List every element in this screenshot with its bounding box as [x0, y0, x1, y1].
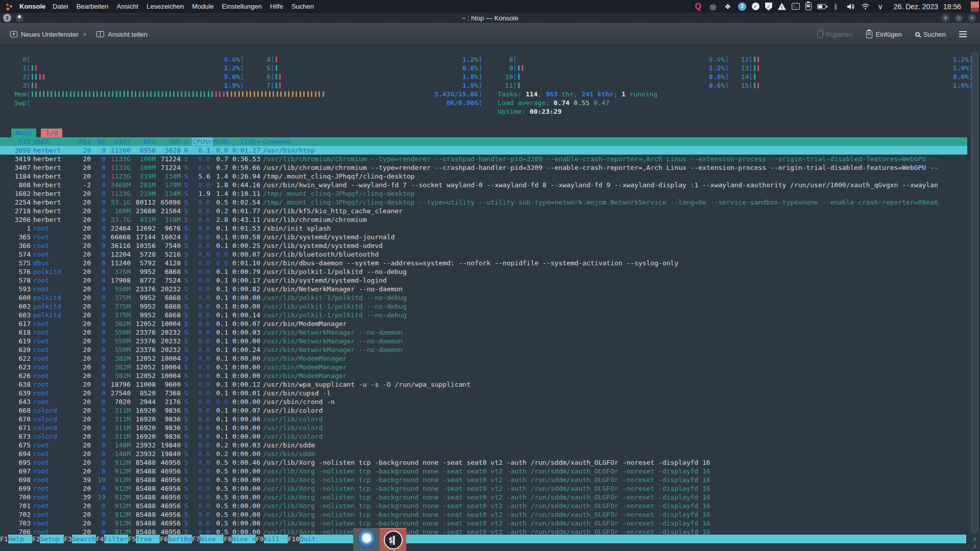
dock-item-chromium[interactable]	[353, 528, 380, 551]
menu-item-datei[interactable]: Datei	[53, 3, 68, 10]
maximize-button[interactable]: ◇	[955, 14, 963, 22]
fkey-label-filter[interactable]: Filter	[104, 535, 128, 543]
column-header-cpu[interactable]: CPU%▽	[192, 137, 210, 146]
scroll-down-icon[interactable]: ∨	[971, 543, 978, 549]
process-row-668[interactable]: 668colord200311M169209836S0.00.10:00.07/…	[0, 406, 967, 415]
menu-item-hilfe[interactable]: Hilfe	[270, 3, 283, 10]
process-row-617[interactable]: 617root200382M1205210004S0.00.10:00.07/u…	[0, 319, 967, 328]
process-row-365[interactable]: 365root200668681714416024S0.00.10:00.58/…	[0, 233, 967, 241]
menu-item-module[interactable]: Module	[192, 3, 214, 10]
process-row-2718[interactable]: 2718herbert200160M2368021504S0.00.20:01.…	[0, 207, 967, 215]
terminal-area[interactable]: 0[0.0%]1[1.2%]2[5.6%]3[1.9%] 4[1.2%]5[0.…	[0, 46, 980, 551]
process-row-593[interactable]: 593root200550M2337620232S0.00.10:00.82/u…	[0, 285, 967, 293]
process-table-header[interactable]: PIDUSERPRINIVIRTRESSHRSCPU%▽MEM%TIME+Com…	[0, 137, 967, 146]
process-row-618[interactable]: 618root200550M2337620232S0.00.10:00.03/u…	[0, 328, 967, 337]
process-row-575[interactable]: 575dbus2001124057924128S0.00.00:01.10/us…	[0, 259, 967, 267]
dock-item-konsole[interactable]: $▍	[380, 528, 406, 551]
process-row-619[interactable]: 619root200550M2337620232S0.00.10:00.00/u…	[0, 337, 967, 345]
process-row-603[interactable]: 603polkitd200375M99526868S0.00.10:00.14/…	[0, 311, 967, 319]
new-tab-button[interactable]: + Neues Unterfenster ∨	[10, 31, 86, 38]
fkey-label-tree[interactable]: Tree	[136, 535, 160, 543]
process-row-694[interactable]: 694root200148M2393219840S0.00.20:00.00/u…	[0, 449, 967, 458]
scrollbar-thumb[interactable]	[971, 52, 978, 534]
column-header-time[interactable]: TIME+	[231, 137, 260, 146]
fkey-f4[interactable]: F4	[96, 535, 104, 543]
scrollbar[interactable]: ∧ ∨	[971, 50, 979, 549]
battery-icon[interactable]	[817, 4, 826, 9]
menu-item-ansicht[interactable]: Ansicht	[117, 3, 139, 10]
htop-tab-io[interactable]: I/O	[41, 129, 62, 137]
process-row-699[interactable]: 699root200912M8548846956S0.00.50:00.00/u…	[0, 484, 967, 493]
process-row-602[interactable]: 602polkitd200375M99526868S0.00.10:00.00/…	[0, 302, 967, 311]
process-row-3698[interactable]: 3698herbert2001120069563628R8.10.00:01.2…	[0, 146, 967, 155]
fkey-f2[interactable]: F2	[32, 535, 40, 543]
process-row-1[interactable]: 1root20022464126929676S0.00.10:01.53/sbi…	[0, 224, 967, 233]
corner-widget-icon[interactable]	[971, 2, 979, 12]
bluetooth-icon[interactable]: ᛒ	[831, 2, 841, 11]
column-header-mem[interactable]: MEM%	[213, 137, 228, 146]
process-row-3407[interactable]: 3407herbert2001133G100M71224S0.00.70:50.…	[0, 163, 967, 172]
process-row-701[interactable]: 701root200912M8548846956S0.00.50:00.00/u…	[0, 502, 967, 510]
process-row-703[interactable]: 703root200912M8548846956S0.00.50:00.00/u…	[0, 519, 967, 528]
split-view-button[interactable]: Ansicht teilen	[96, 31, 147, 38]
process-row-1184[interactable]: 1184herbert2001123G219M134MS5.61.40:26.9…	[0, 172, 967, 181]
column-header-pri[interactable]: PRI	[77, 137, 91, 146]
process-row-670[interactable]: 670colord200311M169209836S0.00.10:00.00/…	[0, 415, 967, 423]
process-row-698[interactable]: 698root3919912M8548846956S0.00.50:00.00/…	[0, 475, 967, 484]
process-row-695[interactable]: 695root200912M8548846956S0.00.50:00.46/u…	[0, 458, 967, 467]
process-row-702[interactable]: 702root200912M8548846956S0.00.50:00.00/u…	[0, 510, 967, 519]
process-row-1682[interactable]: 1682herbert2001123G219M134MS1.91.40:10.1…	[0, 189, 967, 198]
fkey-label-search[interactable]: Search	[72, 535, 96, 543]
process-row-671[interactable]: 671colord200311M169209836S0.00.10:00.00/…	[0, 423, 967, 432]
fkey-f7[interactable]: F7	[192, 535, 200, 543]
process-row-626[interactable]: 626root200382M1205210004S0.00.10:00.00/u…	[0, 371, 967, 380]
close-button[interactable]: ×	[968, 14, 976, 22]
fkey-label-nice[interactable]: Nice -	[200, 535, 224, 543]
clock[interactable]: 26. Dez. 2023 18:56	[894, 3, 961, 11]
fkey-f8[interactable]: F8	[224, 535, 232, 543]
process-row-639[interactable]: 639root2002754085207368S0.00.10:00.01/us…	[0, 389, 967, 397]
wifi-icon[interactable]	[861, 2, 870, 11]
fkey-f6[interactable]: F6	[160, 535, 168, 543]
shield-check-icon[interactable]: ✓	[765, 3, 772, 11]
process-row-578[interactable]: 578root2001790887727524S0.00.10:00.17/us…	[0, 276, 967, 285]
column-header-virt[interactable]: VIRT	[108, 137, 131, 146]
process-row-675[interactable]: 675root200148M2393219840S0.00.20:00.03/u…	[0, 441, 967, 449]
process-row-638[interactable]: 638root20018796110089600S0.00.10:00.12/u…	[0, 380, 967, 389]
process-row-700[interactable]: 700root3919912M8548846956S0.00.50:00.00/…	[0, 493, 967, 502]
column-header-user[interactable]: USER	[33, 137, 74, 146]
column-header-s[interactable]: S	[183, 137, 189, 146]
process-row-673[interactable]: 673colord200311M169209836S0.00.10:00.00/…	[0, 432, 967, 441]
process-row-366[interactable]: 366root20036116103567540S0.00.10:00.25/u…	[0, 241, 967, 250]
fkey-label-help[interactable]: Help	[8, 535, 32, 543]
process-row-697[interactable]: 697root200912M8548846956S0.00.50:00.00/u…	[0, 467, 967, 475]
tray-expander-icon[interactable]: ∨	[876, 2, 885, 11]
menu-item-bearbeiten[interactable]: Bearbeiten	[77, 3, 109, 10]
menu-item-lesezeichen[interactable]: Lesezeichen	[146, 3, 184, 10]
column-header-res[interactable]: RES	[133, 137, 156, 146]
fkey-f9[interactable]: F9	[256, 535, 264, 543]
process-row-622[interactable]: 622root200382M1205210004S0.00.10:00.00/u…	[0, 354, 967, 363]
window-titlebar[interactable]: $ ~ : htop — Konsole ∨ ◇ ×	[0, 13, 980, 23]
volume-icon[interactable]	[846, 2, 855, 11]
column-header-pid[interactable]: PID	[8, 137, 31, 146]
process-row-623[interactable]: 623root200382M1205210004S0.00.10:00.00/u…	[0, 363, 967, 371]
search-button[interactable]: Suchen	[915, 31, 946, 38]
notifier-3-icon[interactable]: 3	[738, 3, 746, 11]
paste-button[interactable]: Einfügen	[866, 31, 902, 38]
copy-button[interactable]: Kopieren	[817, 31, 853, 38]
clipboard-icon[interactable]	[805, 3, 812, 10]
process-row-600[interactable]: 600polkitd200375M99526868S0.00.10:00.00/…	[0, 293, 967, 302]
htop-tab-main[interactable]: Main	[11, 129, 36, 137]
menu-item-einstellungen[interactable]: Einstellungen	[222, 3, 262, 10]
process-row-643[interactable]: 643root200702029442176S0.00.00:00.00/usr…	[0, 397, 967, 406]
q-launcher-icon[interactable]: Q	[694, 2, 703, 11]
process-row-576[interactable]: 576polkitd200375M99526868S0.00.10:00.79/…	[0, 267, 967, 276]
process-row-2254[interactable]: 2254herbert20033.1G8011265096S0.00.50:02…	[0, 198, 967, 207]
check-circle-icon[interactable]: ✓	[752, 3, 760, 10]
fkey-label-nice[interactable]: Nice +	[232, 535, 256, 543]
fkey-f1[interactable]: F1	[0, 535, 8, 543]
camera-icon[interactable]: ◎	[708, 2, 718, 11]
dropbox-icon[interactable]: ❖	[723, 2, 732, 11]
process-row-620[interactable]: 620root200550M2337620232S0.00.10:00.24/u…	[0, 345, 967, 354]
